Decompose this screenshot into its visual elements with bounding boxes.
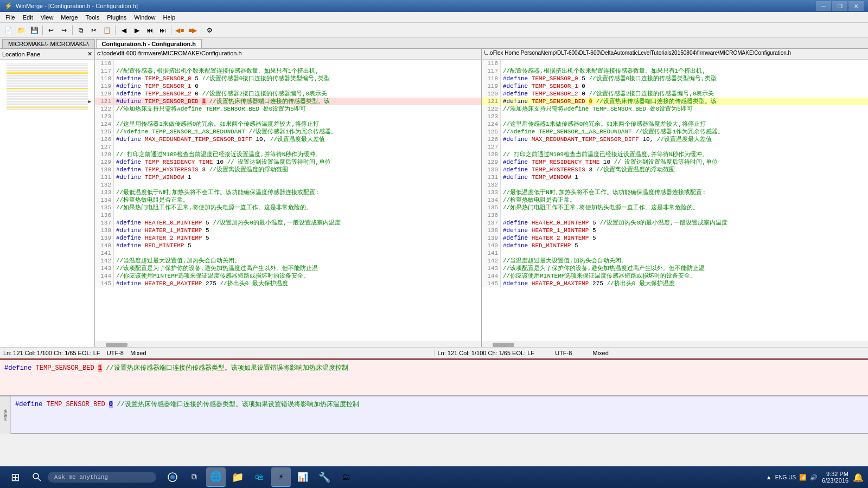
notification-btn[interactable]: 🔔 bbox=[853, 472, 864, 483]
menu-plugins[interactable]: Plugins bbox=[104, 13, 130, 22]
app-icon: ⚡ bbox=[4, 2, 12, 10]
search-icon[interactable] bbox=[28, 468, 46, 486]
tb-merge-right[interactable]: ■▶ bbox=[187, 24, 199, 36]
table-row: 122 //添加热床支持只需将#define TEMP_SENSOR_BED 处… bbox=[95, 105, 481, 113]
taskbar-edge[interactable]: 🌐 bbox=[206, 467, 226, 487]
editor-area: ▶ 116 117 //配置传感器,根据挤出机个数来配置连接传感器数量。如果只有… bbox=[0, 60, 868, 347]
table-row: 120 #define TEMP_SENSOR_2 0 //设置传感器2接口连接… bbox=[482, 90, 868, 98]
tab-micromake[interactable]: MICROMAKE\- MICROMAKE\ bbox=[2, 39, 95, 48]
titlebar-title: WinMerge - [Configuration.h - Configurat… bbox=[16, 3, 138, 9]
tb-last-diff[interactable]: ⏭ bbox=[157, 24, 169, 36]
toolbar: 📄 📁 💾 ↩ ↪ ⧉ ✂ 📋 ◀ ▶ ⏮ ⏭ ◀■ ■▶ ⚙ bbox=[0, 23, 868, 38]
table-row: 144 //你应该使用MINTEMP选项来保证温度传感器短路或损坏时的设备安全。 bbox=[95, 272, 481, 280]
table-row: 134 //检查热敏电阻是否正常。 bbox=[482, 196, 868, 204]
right-panel[interactable]: 116 117 //配置传感器,根据挤出机个数来配置连接传感器数量。如果只有1个… bbox=[482, 60, 868, 347]
clock[interactable]: 9:32 PM 6/23/2016 bbox=[822, 471, 848, 484]
location-bar: Location Pane ✕ c:\code\dlt-600-firmware… bbox=[0, 49, 868, 60]
diff-bottom-right-container: Pane #define TEMP_SENSOR_BED 0 //设置热床传感器… bbox=[0, 396, 868, 434]
table-row: 137 #define HEATER_0_MINTEMP 5 //设置加热头0的… bbox=[482, 219, 868, 227]
table-row: 120 #define TEMP_SENSOR_2 0 //设置传感器2接口连接… bbox=[95, 90, 481, 98]
table-row: 136 bbox=[482, 211, 868, 219]
tb-first-diff[interactable]: ⏮ bbox=[144, 24, 156, 36]
taskbar-store[interactable]: 🛍 bbox=[250, 467, 269, 487]
table-row: 145 #define HEATER_0_MAXTEMP 275 //挤出头0 … bbox=[482, 280, 868, 287]
tb-merge-left[interactable]: ◀■ bbox=[174, 24, 186, 36]
tray-wifi: 📶 bbox=[799, 474, 807, 481]
tb-copy[interactable]: ⧉ bbox=[75, 24, 87, 36]
tb-new[interactable]: 📄 bbox=[2, 24, 14, 36]
tab-config[interactable]: Configuration.h - Configuration.h bbox=[96, 39, 202, 48]
tb-options[interactable]: ⚙ bbox=[203, 24, 215, 36]
pane-side-label: Pane bbox=[0, 396, 11, 434]
pane-label-text: Pane bbox=[3, 409, 8, 421]
status-position-right: Ln: 121 Col: 1/100 Ch: 1/65 EOL: LF bbox=[438, 350, 535, 356]
left-code-content[interactable]: 116 117 //配置传感器,根据挤出机个数来配置连接传感器数量。如果只有1个… bbox=[95, 60, 481, 342]
table-row: 127 bbox=[95, 143, 481, 151]
table-row: 119 #define TEMP_SENSOR_1 0 bbox=[482, 82, 868, 90]
menu-merge[interactable]: Merge bbox=[58, 13, 81, 22]
tb-open[interactable]: 📁 bbox=[15, 24, 27, 36]
table-row: 125 //#define TEMP_SENSOR_1_AS_REDUNDANT… bbox=[482, 128, 868, 136]
taskbar-app2[interactable]: 📊 bbox=[293, 467, 312, 487]
table-row: 122 //添加热床支持只需将#define TEMP_SENSOR_BED 处… bbox=[482, 105, 868, 113]
table-row: 143 //该项配置是为了保护你的设备,避免加热温度过高产生以外。但不能防止温 bbox=[482, 265, 868, 272]
right-scrollbar-thumb[interactable] bbox=[493, 343, 514, 347]
left-scrollbar-thumb[interactable] bbox=[106, 343, 127, 347]
table-row: 140 #define BED_MINTEMP 5 bbox=[482, 242, 868, 249]
taskbar-app3[interactable]: 🗂 bbox=[336, 467, 356, 487]
table-row: 137 #define HEATER_0_MINTEMP 5 //设置加热头0的… bbox=[95, 219, 481, 227]
right-scrollbar-h[interactable] bbox=[482, 342, 868, 347]
tb-paste[interactable]: 📋 bbox=[101, 24, 113, 36]
diff-bottom-left: #define TEMP_SENSOR_BED 1 //设置热床传感器端口连接的… bbox=[0, 359, 868, 396]
start-button[interactable]: ⊞ bbox=[4, 467, 26, 487]
table-row: 135 //如果热门电阻工作不正常,将使加热头电源一直工作。这是非常危险的。 bbox=[482, 204, 868, 211]
taskbar-taskview[interactable]: ⧉ bbox=[184, 467, 204, 487]
table-row: 126 #define MAX_REDUNDANT_TEMP_SENSOR_DI… bbox=[95, 136, 481, 143]
table-row: 121 #define TEMP_SENSOR_BED 0 //设置热床传感器端… bbox=[482, 98, 868, 105]
table-row: 118 #define TEMP_SENSOR_0 5 //设置传感器0接口连接… bbox=[95, 75, 481, 82]
menu-view[interactable]: View bbox=[37, 13, 57, 22]
table-row: 133 //最低温度低于N时,加热头将不会工作。该功能确保温度传感器连接或配置: bbox=[482, 189, 868, 196]
table-row: 129 #define TEMP_RESIDENCY_TIME 10 // 设置… bbox=[95, 158, 481, 166]
titlebar-controls[interactable]: ─ ❐ ✕ bbox=[816, 1, 864, 11]
table-row: 127 bbox=[482, 143, 868, 151]
status-left: Ln: 121 Col: 1/100 Ch: 1/65 EOL: LF UTF-… bbox=[0, 350, 435, 356]
tb-prev-diff[interactable]: ◀ bbox=[118, 24, 130, 36]
location-path-left: c:\code\dlt-600-firmware\MICROMAKE\Confi… bbox=[95, 49, 481, 59]
taskbar-explorer[interactable]: 📁 bbox=[228, 467, 247, 487]
table-row: 124 //这里用传感器1来做传感器0的冗余。如果两个传感器温度差较大,将停止打 bbox=[95, 120, 481, 128]
tb-undo[interactable]: ↩ bbox=[45, 24, 57, 36]
tb-next-diff[interactable]: ▶ bbox=[131, 24, 143, 36]
table-row: 131 #define TEMP_WINDOW 1 bbox=[95, 174, 481, 181]
left-panel[interactable]: 116 117 //配置传感器,根据挤出机个数来配置连接传感器数量。如果只有1个… bbox=[95, 60, 482, 347]
right-code-content[interactable]: 116 117 //配置传感器,根据挤出机个数来配置连接传感器数量。如果只有1个… bbox=[482, 60, 868, 342]
minimize-button[interactable]: ─ bbox=[816, 1, 831, 11]
tabs-bar: MICROMAKE\- MICROMAKE\ Configuration.h -… bbox=[0, 38, 868, 49]
taskbar-winmerge[interactable]: ⚡ bbox=[271, 467, 291, 487]
search-bar[interactable]: Ask me anything bbox=[48, 472, 156, 483]
table-row: 118 #define TEMP_SENSOR_0 5 //设置传感器0接口连接… bbox=[482, 75, 868, 82]
menu-window[interactable]: Window bbox=[131, 13, 158, 22]
location-pane: ▶ bbox=[0, 60, 95, 347]
tray-expand[interactable]: ▲ bbox=[766, 474, 772, 480]
left-scrollbar-h[interactable] bbox=[95, 342, 481, 347]
table-row: 121 #define TEMP_SENSOR_BED 1 //设置热床传感器端… bbox=[95, 98, 481, 105]
tb-cut[interactable]: ✂ bbox=[88, 24, 100, 36]
svg-point-0 bbox=[33, 473, 39, 479]
location-pane-close[interactable]: ✕ bbox=[87, 50, 92, 57]
tb-redo[interactable]: ↪ bbox=[58, 24, 70, 36]
restore-button[interactable]: ❐ bbox=[832, 1, 847, 11]
table-row: 136 bbox=[95, 211, 481, 219]
diff-bottom: #define TEMP_SENSOR_BED 1 //设置热床传感器端口连接的… bbox=[0, 358, 868, 434]
menu-tools[interactable]: Tools bbox=[82, 13, 103, 22]
close-button[interactable]: ✕ bbox=[848, 1, 864, 11]
menu-help[interactable]: Help bbox=[159, 13, 178, 22]
menu-edit[interactable]: Edit bbox=[20, 13, 36, 22]
taskbar-visualstudio[interactable]: 🔧 bbox=[315, 467, 334, 487]
menu-file[interactable]: File bbox=[2, 13, 18, 22]
table-row: 117 //配置传感器,根据挤出机个数来配置连接传感器数量。如果只有1个挤出机, bbox=[95, 67, 481, 75]
taskbar-cortana[interactable] bbox=[163, 467, 182, 487]
table-row: 124 //这里用传感器1来做传感器0的冗余。如果两个传感器温度差较大,将停止打 bbox=[482, 120, 868, 128]
tb-save[interactable]: 💾 bbox=[28, 24, 40, 36]
tray-volume[interactable]: 🔊 bbox=[810, 474, 818, 481]
